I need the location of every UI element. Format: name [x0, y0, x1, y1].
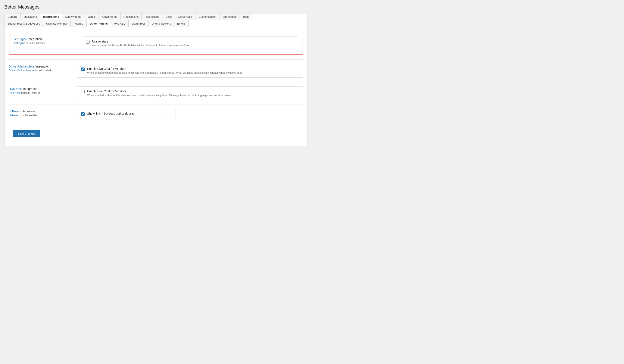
dokan-live-chat-checkbox[interactable]: [81, 68, 85, 71]
dokan-title: Dokan Marketplace Integration: [9, 65, 69, 68]
tabs-row-1: General Messaging Integrations Mini Widg…: [4, 13, 308, 20]
jetengine-option-card: Use Avatars Avatars from Jet Engine Prof…: [82, 37, 298, 50]
bbpress-subtitle-link[interactable]: bbPress: [9, 114, 18, 117]
tab-ultimate-member[interactable]: Ultimate Member: [43, 20, 71, 27]
tab-general[interactable]: General: [4, 13, 21, 20]
jetengine-link[interactable]: JetEngine: [14, 37, 27, 41]
save-area: Save Changes: [4, 124, 308, 146]
bbpress-show-link-checkbox[interactable]: [81, 112, 85, 116]
bbpress-title: bbPress Integration: [9, 110, 69, 113]
tab-group-calls[interactable]: Group Calls: [175, 13, 196, 20]
bbpress-option-card: Show link in bbPress author details: [77, 109, 176, 120]
bbpress-subtitle: bbPress must be installed: [9, 114, 69, 117]
bbpress-row: bbPress Integration bbPress must be inst…: [4, 104, 308, 124]
dokan-subtitle: Dokan Marketplace must be installed: [9, 69, 69, 72]
dokan-row: Dokan Marketplace Integration Dokan Mark…: [4, 60, 308, 82]
jetengine-section: JetEngine Integration JetEngine must be …: [9, 32, 303, 55]
dokan-section: Dokan Marketplace Integration Dokan Mark…: [4, 59, 308, 82]
tab-gifs-stickers[interactable]: GIFs & Stickers: [149, 20, 174, 27]
tab-buddypress[interactable]: BuddyPress & BuddyBoss: [4, 20, 43, 27]
page-title: Better Messages: [4, 4, 308, 10]
tab-restrictions[interactable]: Restrictions: [142, 13, 162, 20]
hivepress-title: HivePress Integration: [9, 87, 69, 91]
dokan-subtitle-link[interactable]: Dokan Marketplace: [9, 69, 31, 72]
tab-mobile[interactable]: Mobile: [84, 13, 99, 20]
save-changes-button[interactable]: Save Changes: [13, 130, 40, 137]
tab-other-plugins[interactable]: Other Plugins: [87, 20, 111, 27]
jetengine-subtitle: JetEngine must be installed: [14, 42, 74, 45]
tab-mycred[interactable]: MyCRED: [111, 20, 129, 27]
tab-messaging[interactable]: Messaging: [21, 13, 40, 20]
tab-peepso[interactable]: PeepSo: [71, 20, 87, 27]
hivepress-live-chat-desc: When enabled visitors will be able to co…: [87, 94, 231, 97]
hivepress-section: HivePress Integration HivePress must be …: [4, 82, 308, 104]
bbpress-label: bbPress Integration bbPress must be inst…: [9, 109, 69, 117]
bbpress-show-link-text: Show link in bbPress author details: [87, 112, 134, 116]
tab-attachments[interactable]: Attachments: [99, 13, 120, 20]
tab-emojis[interactable]: Emojis: [174, 20, 189, 27]
use-avatars-desc: Avatars from Jet Engine Profile Builder …: [92, 44, 189, 47]
tab-integrations[interactable]: Integrations: [40, 13, 62, 21]
tab-customization[interactable]: Customization: [196, 13, 219, 20]
jetengine-subtitle-link[interactable]: JetEngine: [14, 42, 25, 45]
hivepress-option-card: Enable Live Chat for Vendors When enable…: [77, 86, 303, 100]
tabs-row-2: BuddyPress & BuddyBoss Ultimate Member P…: [4, 20, 308, 27]
hivepress-live-chat-title: Enable Live Chat for Vendors: [87, 90, 231, 93]
tab-mini-widgets[interactable]: Mini Widgets: [62, 13, 84, 20]
hivepress-subtitle: HivePress must be installed: [9, 91, 69, 95]
hivepress-link[interactable]: HivePress: [9, 87, 23, 91]
dokan-label: Dokan Marketplace Integration Dokan Mark…: [9, 64, 69, 72]
tab-calls[interactable]: Calls: [162, 13, 175, 20]
use-avatars-title: Use Avatars: [92, 40, 189, 43]
hivepress-live-chat-text: Enable Live Chat for Vendors When enable…: [87, 90, 231, 97]
use-avatars-text: Use Avatars Avatars from Jet Engine Prof…: [92, 40, 189, 47]
tab-shortcodes[interactable]: Shortcodes: [219, 13, 240, 20]
hivepress-row: HivePress Integration HivePress must be …: [4, 82, 308, 104]
content-area: JetEngine Integration JetEngine must be …: [4, 27, 308, 146]
hivepress-subtitle-link[interactable]: HivePress: [9, 91, 21, 95]
hivepress-label: HivePress Integration HivePress must be …: [9, 86, 69, 95]
use-avatars-checkbox[interactable]: [86, 40, 90, 44]
tab-notifications[interactable]: Notifications: [121, 13, 142, 20]
hivepress-live-chat-checkbox[interactable]: [81, 90, 85, 93]
jetengine-title: JetEngine Integration: [14, 37, 74, 41]
jetengine-label: JetEngine Integration JetEngine must be …: [14, 37, 74, 45]
dokan-option-card: Enable Live Chat for Vendors When enable…: [77, 64, 303, 77]
bbpress-section: bbPress Integration bbPress must be inst…: [4, 104, 308, 124]
dokan-live-chat-text: Enable Live Chat for Vendors When enable…: [87, 67, 242, 74]
dokan-live-chat-desc: When enabled vendors will be able to act…: [87, 71, 242, 74]
dokan-link[interactable]: Dokan Marketplace: [9, 65, 35, 68]
tab-gamipress[interactable]: GamiPress: [129, 20, 149, 27]
tab-tools[interactable]: Tools: [240, 13, 252, 20]
bbpress-show-link-title: Show link in bbPress author details: [87, 112, 134, 115]
dokan-live-chat-title: Enable Live Chat for Vendors: [87, 67, 242, 71]
bbpress-link[interactable]: bbPress: [9, 110, 20, 113]
